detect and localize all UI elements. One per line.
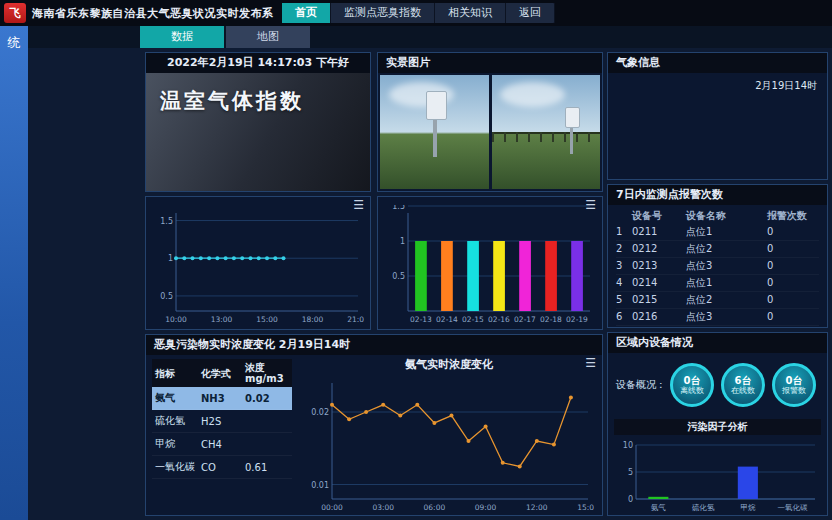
svg-text:1: 1: [400, 237, 405, 246]
svg-text:10: 10: [623, 441, 633, 450]
table-row[interactable]: 硫化氢H2S: [152, 410, 292, 433]
svg-text:0.5: 0.5: [392, 272, 405, 281]
table-row[interactable]: 40214点位10: [616, 275, 819, 292]
chart-menu-icon[interactable]: ☰: [585, 357, 596, 369]
odor-col-header: 指标: [152, 368, 198, 379]
alarm-table-body: 10211点位1020212点位2030213点位3040214点位105021…: [616, 224, 819, 326]
device-stat-count: 0台: [684, 375, 701, 386]
table-row[interactable]: 60216点位30: [616, 309, 819, 326]
table-row[interactable]: 10211点位10: [616, 224, 819, 241]
svg-text:02-14: 02-14: [436, 315, 458, 324]
table-cell: 点位1: [686, 224, 767, 240]
monitor-station-shape: [565, 107, 578, 153]
weather-timestamp: 2月19日14时: [755, 79, 817, 93]
site-photo-2[interactable]: [492, 75, 601, 189]
odor-table: 指标化学式浓度 mg/m3 氨气NH30.02硫化氢H2S甲烷CH4一氧化碳CO…: [146, 355, 296, 515]
odor-col-header: 化学式: [198, 368, 242, 379]
table-cell: H2S: [198, 416, 242, 427]
svg-text:02-17: 02-17: [514, 315, 536, 324]
alarm-title: 7日内监测点报警次数: [608, 185, 827, 205]
table-cell: 点位2: [686, 292, 767, 308]
dashboard-screen: 飞 海南省乐东黎族自治县大气恶臭状况实时发布系 首页监测点恶臭指数相关知识返回 …: [0, 0, 832, 520]
nh3-line-chart: 0.010.0200:0003:0006:0009:0012:0015:00: [300, 375, 594, 513]
daily-bars-panel: ☰ 0.511.502-1302-1402-1502-1602-1702-180…: [377, 196, 603, 330]
svg-text:氨气: 氨气: [651, 503, 666, 512]
svg-text:03:00: 03:00: [372, 503, 394, 512]
table-row[interactable]: 50215点位20: [616, 292, 819, 309]
svg-text:一氧化碳: 一氧化碳: [778, 503, 809, 512]
greeting-body: 温室气体指数: [146, 73, 370, 191]
table-cell: 0212: [632, 241, 686, 257]
view-tabs: 数据地图: [140, 26, 310, 48]
nav-item-2[interactable]: 相关知识: [435, 3, 506, 23]
table-cell: NH3: [198, 393, 242, 404]
table-cell: 1: [616, 224, 632, 240]
alarm-table-header: 设备号设备名称报警次数: [616, 208, 819, 224]
table-cell: 0: [767, 224, 819, 240]
svg-text:0: 0: [628, 495, 633, 504]
odor-body: 指标化学式浓度 mg/m3 氨气NH30.02硫化氢H2S甲烷CH4一氧化碳CO…: [146, 355, 602, 515]
table-row[interactable]: 20212点位20: [616, 241, 819, 258]
odor-table-header: 指标化学式浓度 mg/m3: [152, 359, 292, 387]
device-stat-label: 离线数: [680, 386, 704, 396]
svg-text:06:00: 06:00: [424, 503, 446, 512]
svg-text:00:00: 00:00: [321, 503, 343, 512]
greeting-panel: 2022年2月19日 14:17:03 下午好 温室气体指数: [145, 52, 371, 192]
table-row[interactable]: 30213点位30: [616, 258, 819, 275]
chart-menu-icon[interactable]: ☰: [585, 199, 596, 211]
nav-item-3[interactable]: 返回: [506, 3, 555, 23]
monitor-station-shape: [426, 91, 446, 155]
tab-0[interactable]: 数据: [140, 26, 224, 48]
table-row[interactable]: 氨气NH30.02: [152, 387, 292, 410]
table-cell: 0: [767, 241, 819, 257]
table-cell: 6: [616, 309, 632, 325]
table-row[interactable]: 甲烷CH4: [152, 433, 292, 456]
chart-menu-icon[interactable]: ☰: [353, 199, 364, 211]
device-stat-label: 报警数: [782, 386, 806, 396]
tab-1[interactable]: 地图: [226, 26, 310, 48]
table-cell: 0: [767, 292, 819, 308]
table-cell: 0: [767, 309, 819, 325]
app-logo-icon: 飞: [4, 3, 26, 23]
alarm-table: 设备号设备名称报警次数 10211点位1020212点位2030213点位304…: [608, 205, 827, 329]
alarm-col-header: 设备号: [632, 208, 686, 224]
table-cell: 4: [616, 275, 632, 291]
odor-table-body: 氨气NH30.02硫化氢H2S甲烷CH4一氧化碳CO0.61: [152, 387, 292, 479]
table-cell: 3: [616, 258, 632, 274]
pollution-analysis-title: 污染因子分析: [614, 419, 821, 435]
table-cell: 点位1: [686, 275, 767, 291]
table-cell: 硫化氢: [152, 414, 198, 428]
svg-text:02-15: 02-15: [462, 315, 484, 324]
fence-shape: [492, 132, 601, 134]
photos-body: [378, 73, 602, 191]
svg-text:02-13: 02-13: [410, 315, 432, 324]
svg-text:21:00: 21:00: [347, 315, 364, 324]
svg-text:02-19: 02-19: [566, 315, 588, 324]
sidebar[interactable]: 统: [0, 26, 28, 520]
table-row[interactable]: 一氧化碳CO0.61: [152, 456, 292, 479]
table-cell: 2: [616, 241, 632, 257]
table-cell: 点位3: [686, 309, 767, 325]
alarm-panel: 7日内监测点报警次数 设备号设备名称报警次数 10211点位1020212点位2…: [607, 184, 828, 328]
weather-title: 气象信息: [608, 53, 827, 73]
odor-panel: 恶臭污染物实时浓度变化 2月19日14时 指标化学式浓度 mg/m3 氨气NH3…: [145, 334, 603, 516]
weather-panel: 气象信息 2月19日14时: [607, 52, 828, 180]
daily-bars-chart: 0.511.502-1302-1402-1502-1602-1702-1802-…: [382, 205, 596, 325]
nav-item-1[interactable]: 监测点恶臭指数: [331, 3, 435, 23]
svg-text:甲烷: 甲烷: [740, 503, 756, 512]
svg-text:15:00: 15:00: [577, 503, 594, 512]
site-photo-1[interactable]: [380, 75, 489, 189]
device-stat-label: 在线数: [731, 386, 755, 396]
svg-text:10:00: 10:00: [165, 315, 187, 324]
table-cell: 0211: [632, 224, 686, 240]
svg-text:15:00: 15:00: [256, 315, 278, 324]
table-cell: 一氧化碳: [152, 460, 198, 474]
svg-text:18:00: 18:00: [302, 315, 324, 324]
table-cell: 0214: [632, 275, 686, 291]
tabbar: 数据地图: [28, 26, 832, 48]
photos-title: 实景图片: [378, 53, 602, 73]
app-title: 海南省乐东黎族自治县大气恶臭状况实时发布系: [32, 6, 274, 21]
table-cell: 氨气: [152, 391, 198, 405]
datetime-text: 2022年2月19日 14:17:03 下午好: [146, 53, 370, 73]
nav-item-0[interactable]: 首页: [282, 3, 331, 23]
